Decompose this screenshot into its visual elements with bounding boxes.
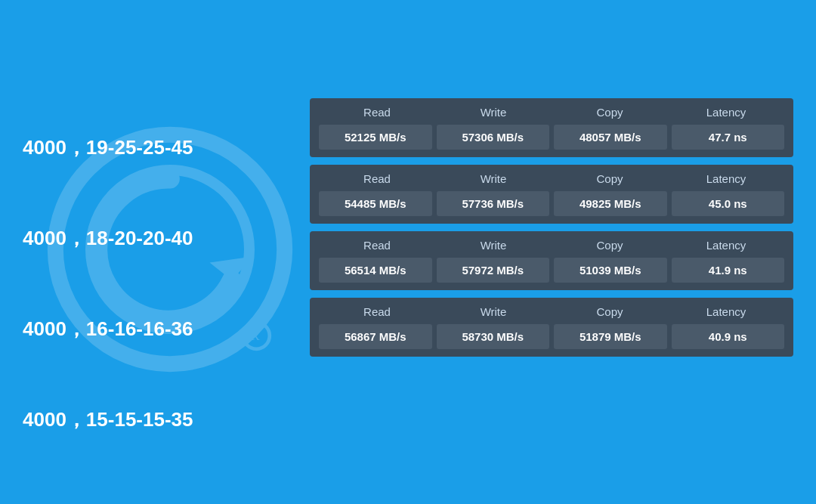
latency-val-2: 41.9 ns — [672, 258, 785, 283]
row-label-3: 4000，15-15-15-35 — [23, 378, 193, 461]
copy-val-3: 51879 MB/s — [554, 324, 667, 349]
read-val-3: 56867 MB/s — [319, 324, 432, 349]
col-header-write: Write — [435, 305, 552, 318]
col-header-read: Read — [319, 305, 435, 318]
col-header-copy: Copy — [552, 239, 668, 252]
content-area: ReadWriteCopyLatency52125 MB/s57306 MB/s… — [310, 98, 793, 357]
col-header-copy: Copy — [552, 106, 668, 119]
left-labels: 4000，19-25-25-454000，18-20-20-404000，16-… — [23, 106, 193, 461]
bench-card-1: ReadWriteCopyLatency54485 MB/s57736 MB/s… — [310, 165, 793, 224]
svg-marker-2 — [210, 256, 254, 280]
copy-val-0: 48057 MB/s — [554, 125, 667, 150]
col-header-latency: Latency — [668, 239, 784, 252]
col-header-write: Write — [435, 172, 552, 185]
write-val-3: 58730 MB/s — [437, 324, 550, 349]
copy-val-1: 49825 MB/s — [554, 191, 667, 216]
col-header-read: Read — [319, 239, 435, 252]
bench-card-2: ReadWriteCopyLatency56514 MB/s57972 MB/s… — [310, 231, 793, 290]
row-label-1: 4000，18-20-20-40 — [23, 196, 193, 280]
title — [0, 0, 816, 30]
write-val-1: 57736 MB/s — [437, 191, 550, 216]
latency-val-0: 47.7 ns — [672, 125, 785, 150]
latency-val-3: 40.9 ns — [672, 324, 785, 349]
write-val-0: 57306 MB/s — [437, 125, 550, 150]
col-header-copy: Copy — [552, 172, 668, 185]
row-label-0: 4000，19-25-25-45 — [23, 106, 193, 189]
col-header-read: Read — [319, 106, 435, 119]
latency-val-1: 45.0 ns — [672, 191, 785, 216]
col-header-write: Write — [435, 239, 552, 252]
read-val-2: 56514 MB/s — [319, 258, 432, 283]
svg-text:R: R — [250, 327, 260, 343]
col-header-latency: Latency — [668, 305, 784, 318]
row-label-2: 4000，16-16-16-36 — [23, 287, 193, 370]
copy-val-2: 51039 MB/s — [554, 258, 667, 283]
col-header-latency: Latency — [668, 106, 784, 119]
col-header-read: Read — [319, 172, 435, 185]
col-header-write: Write — [435, 106, 552, 119]
bench-card-0: ReadWriteCopyLatency52125 MB/s57306 MB/s… — [310, 98, 793, 157]
read-val-0: 52125 MB/s — [319, 125, 432, 150]
col-header-copy: Copy — [552, 305, 668, 318]
col-header-latency: Latency — [668, 172, 784, 185]
svg-point-3 — [243, 323, 270, 349]
read-val-1: 54485 MB/s — [319, 191, 432, 216]
write-val-2: 57972 MB/s — [437, 258, 550, 283]
bench-card-3: ReadWriteCopyLatency56867 MB/s58730 MB/s… — [310, 298, 793, 357]
